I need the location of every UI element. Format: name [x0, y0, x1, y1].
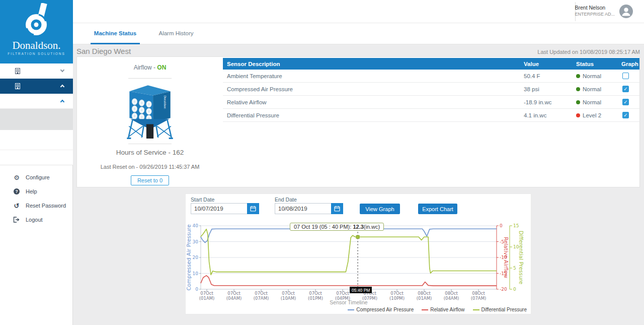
divider	[128, 78, 172, 79]
crosshair-time-badge: 05:40 PM	[350, 287, 372, 293]
gear-icon: ⚙	[13, 174, 20, 181]
end-date-input[interactable]	[275, 203, 331, 214]
sensor-description-cell: Relative Airflow	[223, 99, 524, 105]
svg-text:07Oct: 07Oct	[309, 291, 322, 296]
sensor-description-cell: Compressed Air Pressure	[223, 86, 524, 92]
chevron-down-icon	[60, 68, 64, 72]
sidebar-links: ⚙ Configure ? Help ↺ Reset Password Logo…	[0, 165, 73, 227]
sensor-status-cell: Level 2	[576, 112, 621, 118]
svg-text:07Oct: 07Oct	[255, 291, 268, 296]
sidebar: Donaldson. FILTRATION SOLUTIONS	[0, 0, 73, 325]
tab-machine-status[interactable]: Machine Status	[91, 23, 140, 44]
graph-checkbox[interactable]: ✓	[622, 112, 629, 118]
help-icon: ?	[14, 188, 20, 194]
chart-tooltip: 07 Oct 19 (05 : 40 PM): 12.3(in.wc)	[290, 223, 384, 231]
sidebar-link-label: Configure	[26, 174, 50, 180]
user-role: ENTERPRISE AD...	[575, 12, 615, 17]
sensor-status-cell: Normal	[576, 86, 621, 92]
svg-text:0: 0	[195, 287, 198, 292]
last-updated-text: Last Updated on 10/08/2019 08:25:17 AM	[537, 49, 640, 55]
view-graph-button[interactable]: View Graph	[360, 204, 400, 214]
svg-text:Donaldson: Donaldson	[164, 96, 167, 109]
chevron-up-icon	[60, 85, 64, 89]
status-dot-icon	[576, 100, 580, 104]
graph-checkbox[interactable]: ✓	[622, 86, 629, 92]
start-date-calendar-button[interactable]	[247, 203, 259, 214]
machine-status-card: Airflow - ON Donaldson	[76, 56, 640, 187]
sensor-table: Sensor Description Value Status Graph Am…	[223, 58, 639, 122]
sidebar-item-machine-selected[interactable]	[0, 109, 73, 130]
graph-checkbox[interactable]: ✓	[622, 99, 629, 105]
reset-to-zero-button[interactable]: Reset to 0	[131, 175, 169, 185]
airflow-status: Airflow - ON	[77, 64, 223, 71]
sensor-status-cell: Normal	[576, 99, 621, 105]
building-icon	[15, 83, 20, 89]
person-icon	[619, 5, 633, 18]
graph-checkbox[interactable]	[622, 73, 629, 79]
brand-tagline: FILTRATION SOLUTIONS	[0, 52, 73, 55]
sidebar-item-blank[interactable]	[0, 130, 73, 150]
svg-text:07Oct: 07Oct	[336, 291, 349, 296]
svg-text:5: 5	[513, 266, 516, 271]
graph-cell: ✓	[621, 86, 639, 92]
col-graph: Graph	[621, 61, 639, 67]
divider	[128, 144, 172, 144]
sidebar-item-help[interactable]: ? Help	[0, 184, 73, 199]
x-axis-title: Sensor Timeline	[201, 299, 497, 305]
status-label: Level 2	[583, 112, 601, 118]
sensor-value-cell: 4.1 in.wc	[524, 112, 576, 118]
sensor-table-header: Sensor Description Value Status Graph	[223, 58, 639, 70]
sidebar-item-reset-password[interactable]: ↺ Reset Password	[0, 199, 73, 213]
end-date-calendar-button[interactable]	[331, 203, 343, 214]
tabs-bar: Machine Status Alarm History	[73, 23, 644, 44]
chart-legend: Compressed Air PressureRelative AirflowD…	[348, 307, 527, 312]
export-chart-button[interactable]: Export Chart	[418, 204, 457, 214]
legend-label: Relative Airflow	[430, 307, 464, 312]
sidebar-item-configure[interactable]: ⚙ Configure	[0, 170, 73, 184]
sidebar-item-blank[interactable]	[0, 150, 73, 165]
status-label: Normal	[583, 99, 601, 105]
svg-text:10: 10	[193, 271, 199, 276]
graph-cell: ✓	[621, 99, 639, 105]
building-icon	[15, 68, 20, 74]
legend-dash-icon	[422, 309, 428, 310]
svg-text:08Oct: 08Oct	[445, 291, 458, 296]
svg-text:Compressed Air Pressure: Compressed Air Pressure	[186, 224, 192, 290]
sensor-description-cell: Differential Pressure	[223, 112, 524, 118]
legend-label: Differential Pressure	[481, 307, 527, 312]
donaldson-logo-icon	[21, 3, 53, 36]
sidebar-link-label: Help	[26, 188, 37, 194]
sidebar-item-logout[interactable]: Logout	[0, 213, 73, 227]
airflow-state: ON	[157, 64, 166, 71]
svg-text:-20: -20	[500, 287, 507, 292]
svg-text:10: 10	[513, 244, 519, 249]
graph-cell: ✓	[621, 112, 639, 118]
chevron-up-icon	[60, 100, 64, 104]
dust-collector-image: Donaldson	[120, 80, 180, 141]
svg-text:08Oct: 08Oct	[418, 291, 431, 296]
svg-text:07Oct: 07Oct	[282, 291, 295, 296]
table-row: Relative Airflow-18.9 in.wcNormal✓	[223, 96, 639, 109]
svg-text:0: 0	[513, 287, 516, 292]
tab-alarm-history[interactable]: Alarm History	[149, 23, 203, 44]
legend-item: Relative Airflow	[422, 307, 464, 312]
sidebar-link-label: Reset Password	[26, 203, 66, 209]
sidebar-link-label: Logout	[26, 217, 43, 223]
start-date-input[interactable]	[191, 203, 247, 214]
sidebar-item-company[interactable]	[0, 63, 73, 79]
sidebar-item-machine-group[interactable]	[0, 94, 73, 109]
last-reset-text: Last Reset on - 09/26/2019 11:45:37 AM	[77, 164, 223, 170]
svg-text:07Oct: 07Oct	[227, 291, 240, 296]
end-date-label: End Date	[275, 197, 297, 203]
avatar[interactable]	[619, 5, 633, 18]
svg-text:Relative Airflow: Relative Airflow	[503, 237, 509, 278]
start-date-label: Start Date	[191, 197, 214, 203]
sensor-description-cell: Ambient Temperature	[223, 73, 524, 79]
sidebar-item-site-active[interactable]	[0, 79, 73, 94]
tooltip-unit: (in.wc)	[364, 224, 380, 230]
user-name: Brent Nelson	[575, 5, 615, 11]
table-row: Differential Pressure4.1 in.wcLevel 2✓	[223, 109, 639, 122]
machine-panel: Airflow - ON Donaldson	[77, 57, 223, 187]
status-dot-icon	[576, 74, 580, 78]
legend-dash-icon	[473, 309, 479, 310]
